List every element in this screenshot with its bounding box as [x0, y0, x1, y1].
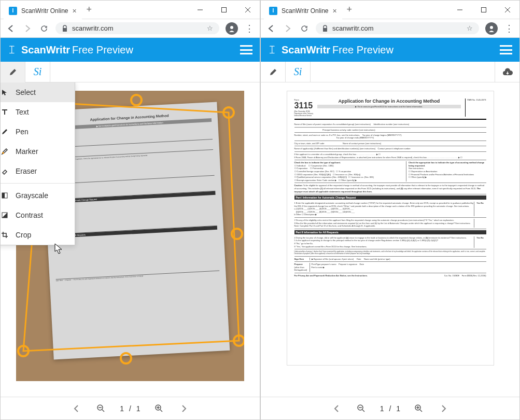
lock-icon [322, 25, 328, 32]
tool-label: Select [16, 88, 36, 96]
minimize-button[interactable] [188, 2, 212, 18]
crop-handle-bl[interactable] [17, 345, 30, 357]
next-page-button[interactable] [178, 402, 190, 415]
svg-line-11 [102, 410, 104, 412]
grayscale-icon [1, 191, 9, 200]
tool-crop[interactable]: Crop [1, 225, 75, 245]
maximize-button[interactable] [212, 2, 236, 18]
svg-rect-21 [323, 28, 327, 32]
svg-line-14 [160, 410, 162, 412]
text-icon [1, 107, 9, 117]
tab-title: ScanWritr Online [282, 7, 328, 15]
brand-name: ScanWritr [282, 44, 330, 56]
profile-avatar[interactable] [226, 22, 238, 35]
app-logo[interactable]: 𝙸 ScanWritr Free Preview [268, 43, 393, 57]
edit-tool-button[interactable] [261, 62, 286, 82]
crop-handle-br[interactable] [233, 334, 244, 347]
app-header: 𝙸 ScanWritr Free Preview [1, 38, 260, 62]
back-button[interactable] [266, 23, 276, 34]
part1-heading: Part I Information for Automatic Change … [294, 195, 486, 200]
maximize-button[interactable] [472, 2, 496, 18]
processed-document: Form 3115 (Rev. December 2018)Department… [287, 91, 494, 366]
prev-page-button[interactable] [70, 402, 82, 415]
crop-handle-mr[interactable] [231, 228, 243, 240]
cloud-download-button[interactable] [495, 62, 519, 82]
tab-close-icon[interactable]: × [332, 7, 336, 15]
zoom-in-button[interactable] [153, 402, 165, 415]
app-logo-icon: 𝙸 [8, 43, 16, 57]
new-tab-button[interactable]: + [82, 3, 96, 17]
reload-button[interactable] [39, 23, 49, 34]
browser-tab[interactable]: I ScanWritr Online × [4, 3, 82, 19]
app-header: 𝙸 ScanWritr Free Preview [261, 38, 519, 62]
signature-tool-button[interactable]: Si [286, 62, 311, 82]
zoom-in-button[interactable] [413, 402, 425, 415]
page-indicator: 1 / 1 [380, 404, 400, 413]
browser-menu-button[interactable]: ⋮ [244, 23, 255, 34]
document-canvas[interactable]: Form 3115 (Rev. December 2018)Department… [261, 82, 519, 397]
pager-bar: 1 / 1 [1, 397, 260, 419]
favicon: I [9, 7, 17, 15]
document-canvas[interactable]: Select Text Pen Marker Eraser Grayscal [1, 82, 260, 397]
hamburger-menu[interactable] [240, 45, 252, 54]
tool-label: Eraser [16, 167, 37, 175]
mouse-cursor [54, 243, 63, 255]
crop-handle-bm[interactable] [120, 352, 132, 365]
address-bar: scanwritr.com ☆ ⋮ [261, 19, 519, 38]
reload-button[interactable] [299, 23, 310, 34]
omb-number: OMB No. 1545-0073 [465, 99, 486, 117]
pen-icon [1, 127, 9, 136]
tool-select[interactable]: Select [1, 82, 75, 102]
zoom-out-button[interactable] [355, 402, 368, 415]
app-logo[interactable]: 𝙸 ScanWritr Free Preview [8, 43, 133, 57]
form-instruction: ▶ Go to www.irs.gov/Form3115 for instruc… [317, 105, 461, 108]
browser-menu-button[interactable]: ⋮ [504, 23, 514, 34]
url-text: scanwritr.com [72, 24, 113, 32]
star-icon[interactable]: ☆ [207, 24, 213, 32]
tool-contrast[interactable]: Contrast [1, 205, 75, 225]
pencil-icon [269, 67, 278, 77]
forward-button[interactable] [283, 23, 293, 34]
svg-rect-1 [222, 7, 227, 12]
close-button[interactable] [496, 2, 519, 18]
tool-label: Text [16, 108, 29, 116]
toolbar: Si [261, 62, 519, 82]
tab-close-icon[interactable]: × [72, 7, 76, 15]
signature-tool-button[interactable]: Si [25, 62, 50, 82]
svg-rect-18 [482, 7, 486, 12]
pager-bar: 1 / 1 [261, 397, 519, 419]
tool-eraser[interactable]: Eraser [1, 161, 75, 181]
star-icon[interactable]: ☆ [467, 24, 473, 32]
address-bar: scanwritr.com ☆ ⋮ [1, 19, 260, 38]
hamburger-menu[interactable] [500, 45, 512, 54]
edit-tool-button[interactable] [1, 62, 25, 82]
tool-pen[interactable]: Pen [1, 122, 75, 142]
minimize-button[interactable] [448, 2, 472, 18]
back-button[interactable] [6, 23, 16, 34]
url-input[interactable]: scanwritr.com ☆ [316, 22, 479, 34]
browser-tab[interactable]: I ScanWritr Online × [264, 3, 342, 19]
svg-rect-4 [63, 28, 67, 32]
new-tab-button[interactable]: + [342, 3, 357, 17]
forward-button[interactable] [22, 23, 33, 34]
crop-handle-tm[interactable] [130, 94, 143, 106]
url-input[interactable]: scanwritr.com ☆ [55, 22, 219, 34]
zoom-out-button[interactable] [95, 402, 107, 415]
tool-grayscale[interactable]: Grayscale [1, 186, 75, 205]
crop-handle-tr[interactable] [222, 106, 235, 119]
part2-heading: Part II Information for All Requests [294, 230, 486, 234]
contrast-icon [1, 211, 9, 220]
tool-label: Crop [16, 231, 31, 239]
cloud-icon [502, 68, 513, 76]
tool-marker[interactable]: Marker [1, 142, 75, 161]
svg-line-27 [420, 410, 422, 412]
svg-line-24 [362, 410, 364, 412]
prev-page-button[interactable] [330, 402, 343, 415]
marker-icon [1, 147, 9, 156]
profile-avatar[interactable] [485, 22, 498, 35]
favicon: I [269, 7, 277, 15]
next-page-button[interactable] [438, 402, 450, 415]
tool-text[interactable]: Text [1, 102, 75, 122]
titlebar: I ScanWritr Online × + [1, 1, 260, 19]
close-button[interactable] [236, 2, 260, 18]
